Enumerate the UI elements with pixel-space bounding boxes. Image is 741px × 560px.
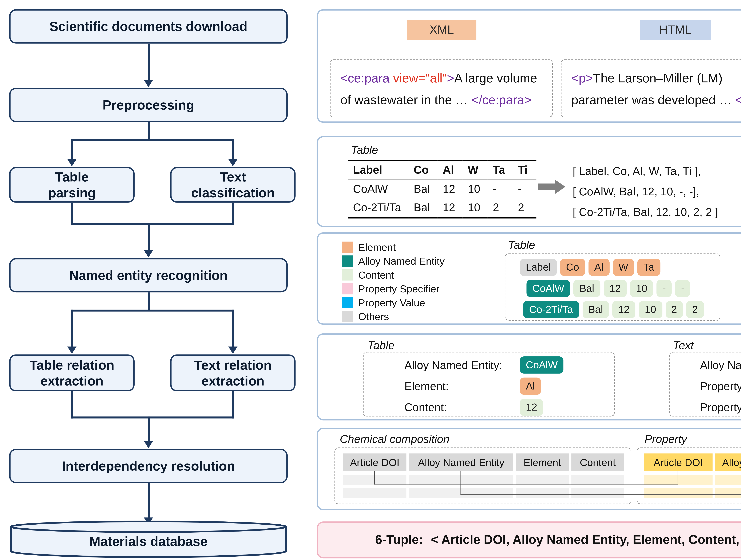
content-label: Content: <box>404 401 447 415</box>
legend-label: Others <box>358 311 389 322</box>
arrow-down-icon <box>67 159 76 166</box>
legend-item: Others <box>342 310 445 323</box>
token: Ta <box>637 259 660 276</box>
xml-bracket: > <box>447 71 454 85</box>
token: - <box>657 280 672 297</box>
token: Al <box>588 259 609 276</box>
xml-attribute: view="all" <box>393 71 447 85</box>
legend-item: Content <box>342 268 445 282</box>
token: - <box>675 280 690 297</box>
empty-cell <box>644 488 713 498</box>
node-interdependency-resolution: Interdependency resolution <box>9 449 288 483</box>
node-preprocessing: Preprocessing <box>9 88 288 122</box>
connector-line <box>232 310 234 347</box>
connector-line <box>71 203 73 225</box>
token-row: CoAlW Bal 12 10 - - <box>527 280 690 297</box>
html-close-tag: </p> <box>735 93 741 107</box>
node-label: Text relation extraction <box>194 357 272 389</box>
token: CoAlW <box>527 280 570 297</box>
node-label: Materials database <box>9 520 288 558</box>
empty-cell <box>516 488 568 498</box>
list-item: [ CoAlW, Bal, 12, 10, -, -], <box>572 182 718 202</box>
token: CoAlW <box>520 357 563 374</box>
alloy-link-line <box>461 494 741 495</box>
node-label: Text classification <box>191 169 275 201</box>
connector-line <box>148 122 149 140</box>
property-specifier-color-swatch <box>342 283 353 295</box>
alloy-entity-label: Alloy Named Entity: <box>700 359 741 372</box>
doi-link-line <box>374 471 375 484</box>
node-text-relation-extraction: Text relation extraction <box>170 355 296 391</box>
node-named-entity-recognition: Named entity recognition <box>9 258 288 292</box>
token: Label <box>520 259 557 276</box>
connector-line <box>148 417 149 442</box>
column-header: Alloy Named Entity <box>715 453 741 471</box>
arrow-down-icon <box>228 347 238 354</box>
connector-line <box>71 310 73 347</box>
badge-label: HTML <box>659 23 691 37</box>
html-snippet-box: <p>The Larson–Miller (LM) parameter was … <box>561 59 741 118</box>
node-materials-database: Materials database <box>9 520 288 558</box>
token: 2 <box>665 301 683 318</box>
token: 12 <box>603 280 627 297</box>
node-label: Named entity recognition <box>69 267 228 283</box>
connector-line <box>148 223 149 251</box>
column-header: Element <box>516 453 568 471</box>
connector-line <box>232 203 234 225</box>
text-relations-box: Alloy Named Entity: Co–9Al–9.8W Property… <box>669 352 741 417</box>
table-section-label: Table <box>508 239 535 252</box>
tuple-prefix: 6-Tuple: <box>375 533 423 547</box>
column-header: Alloy Named Entity <box>409 453 513 471</box>
alloy-color-swatch <box>342 255 353 267</box>
property-value-label: Property Value: <box>700 401 741 415</box>
connector-line <box>232 391 234 419</box>
list-item: [ Co-2Ti/Ta, Bal, 12, 10, 2, 2 ] <box>572 202 718 223</box>
connector-line <box>71 310 234 311</box>
transform-arrow-icon <box>538 180 567 194</box>
arrow-down-icon <box>144 441 153 448</box>
list-item: [ Label, Co, Al, W, Ta, Ti ], <box>572 161 718 182</box>
node-text-classification: Text classification <box>170 167 296 202</box>
empty-cell <box>571 488 624 498</box>
token: 12 <box>520 399 543 416</box>
node-table-parsing: Table parsing <box>9 167 135 202</box>
xml-format-badge: XML <box>407 20 476 40</box>
empty-cell <box>343 488 406 498</box>
arrow-down-icon <box>144 80 153 87</box>
table-row: Co-2Ti/Ta Bal 12 10 2 2 <box>348 199 536 218</box>
connector-line <box>71 223 234 225</box>
legend-label: Property Specifier <box>358 283 440 295</box>
legend-label: Property Value <box>358 297 425 309</box>
token: Al <box>520 377 541 395</box>
legend-label: Element <box>358 241 396 253</box>
legend-label: Alloy Named Entity <box>358 255 445 267</box>
legend-item: Property Value <box>342 296 445 309</box>
token: W <box>613 259 634 276</box>
panel-ner: Element Alloy Named Entity Content Prope… <box>317 232 741 325</box>
column-header: Content <box>571 453 624 471</box>
xml-snippet-box: <ce:para view="all">A large volume of wa… <box>330 59 553 118</box>
node-label: Preprocessing <box>103 97 194 113</box>
arrow-down-icon <box>228 159 238 166</box>
xml-open-tag: <ce:para <box>340 71 393 85</box>
connector-line <box>148 292 149 310</box>
panel-interdependency: Chemical composition Article DOI Alloy N… <box>317 428 741 510</box>
connector-line <box>71 417 234 418</box>
parsed-row-lists: [ Label, Co, Al, W, Ta, Ti ], [ CoAlW, B… <box>572 161 718 223</box>
property-specifier-label: Property Specifier: <box>700 380 741 393</box>
panel-document-formats: XML HTML TXT <ce:para view="all">A large… <box>317 9 741 123</box>
arrow-down-icon <box>144 250 153 257</box>
ner-table-box: Label Co Al W Ta CoAlW Bal 12 10 - - Co-… <box>505 253 721 321</box>
connector-line <box>148 483 149 518</box>
connector-line <box>232 139 234 160</box>
tuple-banner: 6-Tuple: < Article DOI, Alloy Named Enti… <box>317 521 741 558</box>
empty-cell <box>516 475 568 485</box>
token-row: Co-2Ti/Ta Bal 12 10 2 2 <box>523 301 704 318</box>
property-label: Property <box>645 433 687 446</box>
node-label: Table relation extraction <box>29 357 114 389</box>
badge-label: XML <box>429 23 454 37</box>
node-label: Table parsing <box>48 169 96 201</box>
figure-canvas: Scientific documents download Preprocess… <box>0 0 741 560</box>
empty-cell <box>715 475 741 485</box>
token-row: Label Co Al W Ta <box>520 259 660 276</box>
